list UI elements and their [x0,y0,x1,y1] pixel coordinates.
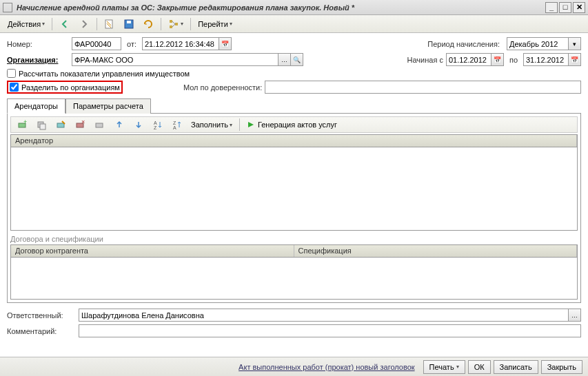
start-date-input[interactable] [446,53,491,66]
structure-button[interactable] [165,17,187,31]
tabs: Арендаторы Параметры расчета [7,98,581,113]
sort-desc-icon[interactable]: ZA [168,118,186,132]
svg-text:×: × [81,119,85,125]
svg-text:Z: Z [154,125,157,130]
move-down-icon[interactable] [130,118,148,132]
org-input[interactable] [72,53,278,66]
tenants-grid[interactable]: Арендатор [10,134,578,231]
number-label: Номер: [7,40,69,48]
svg-text:Z: Z [173,121,176,125]
calendar-icon[interactable]: 📅 [569,53,581,66]
tab-params[interactable]: Параметры расчета [65,98,151,114]
responsible-input[interactable] [79,309,569,322]
svg-rect-3 [170,20,172,23]
delete-row-icon[interactable]: × [72,118,90,132]
svg-text:+: + [23,119,27,125]
start-label: Начиная с [407,56,443,64]
svg-text:A: A [154,121,157,125]
post-button[interactable] [101,17,119,31]
date-input[interactable] [142,37,219,50]
print-button[interactable]: Печать [423,360,465,374]
svg-rect-9 [40,124,45,129]
responsible-label: Ответственный: [7,311,76,320]
maximize-button[interactable]: □ [559,2,571,13]
svg-rect-0 [105,20,112,28]
actions-menu[interactable]: Действия [4,17,48,31]
svg-text:A: A [173,125,176,130]
comment-label: Комментарий: [7,327,76,335]
nav-fwd-button[interactable] [75,17,93,31]
spec-column: Спецификация [294,245,578,257]
tenants-grid-body[interactable] [11,147,577,230]
minimize-button[interactable]: _ [545,2,558,13]
fill-button[interactable]: Заполнить [187,118,236,132]
save-button[interactable]: Записать [494,360,538,374]
app-icon [3,3,12,12]
svg-rect-2 [127,21,131,23]
generate-button[interactable]: Генерация актов услуг [243,118,341,132]
mol-label: Мол по доверенности: [183,83,262,92]
tenant-column: Арендатор [11,135,577,147]
close-window-button[interactable]: ✕ [573,2,585,13]
close-button[interactable]: Закрыть [541,360,582,374]
edit-row-icon[interactable] [52,118,70,132]
contracts-grid-body[interactable] [11,258,577,299]
contracts-section-label: Договора и спецификации [10,235,578,243]
period-input[interactable] [507,37,569,50]
tab-tenants[interactable]: Арендаторы [7,98,65,114]
svg-rect-13 [96,123,103,127]
period-label: Период начисления: [427,40,500,48]
svg-rect-4 [170,25,172,28]
split-checkbox[interactable]: Разделить по организациям [10,83,120,92]
contract-column: Договор контрагента [11,245,294,257]
calendar-icon[interactable]: 📅 [219,37,232,50]
mol-input[interactable] [265,81,581,94]
copy-row-icon[interactable] [33,118,51,132]
svg-rect-5 [175,23,178,25]
ellipsis-icon[interactable]: … [569,309,581,322]
comment-input[interactable] [79,324,581,337]
save-icon-button[interactable] [120,17,138,31]
end-date-input[interactable] [523,53,569,66]
from-label: от: [127,40,136,48]
titlebar: Начисление арендной платы за ОС: Закрыти… [0,0,588,15]
spinner-icon[interactable]: ▾ [569,37,581,50]
tab-body: + × AZ ZA Заполнить Генерация актов услу… [7,113,581,303]
search-icon[interactable]: 🔍 [291,53,303,66]
split-highlight: Разделить по организациям [7,81,123,94]
mark-row-icon[interactable] [91,118,109,132]
nav-back-button[interactable] [56,17,74,31]
sort-asc-icon[interactable]: AZ [149,118,167,132]
move-up-icon[interactable] [110,118,128,132]
form-content: Номер: от: 📅 Период начисления: ▾ Органи… [0,33,588,337]
to-label: по [509,56,518,64]
svg-rect-10 [57,123,64,127]
add-row-icon[interactable]: + [14,118,32,132]
calc-checkbox[interactable]: Рассчитать показатели управления имущест… [7,69,190,78]
refresh-button[interactable] [139,17,157,31]
act-link[interactable]: Акт выполненных работ (прокат) новый заг… [239,363,414,371]
footer-bar: Акт выполненных работ (прокат) новый заг… [0,357,588,376]
calendar-icon[interactable]: 📅 [491,53,504,66]
window-title: Начисление арендной платы за ОС: Закрыти… [17,3,544,12]
ellipsis-icon[interactable]: … [278,53,291,66]
grid-toolbar: + × AZ ZA Заполнить Генерация актов услу… [10,116,578,133]
main-toolbar: Действия Перейти [0,15,588,33]
number-input[interactable] [72,37,121,50]
ok-button[interactable]: ОК [468,360,491,374]
goto-menu[interactable]: Перейти [194,17,236,31]
contracts-grid[interactable]: Договор контрагента Спецификация [10,244,578,300]
org-label: Организация: [7,56,69,64]
